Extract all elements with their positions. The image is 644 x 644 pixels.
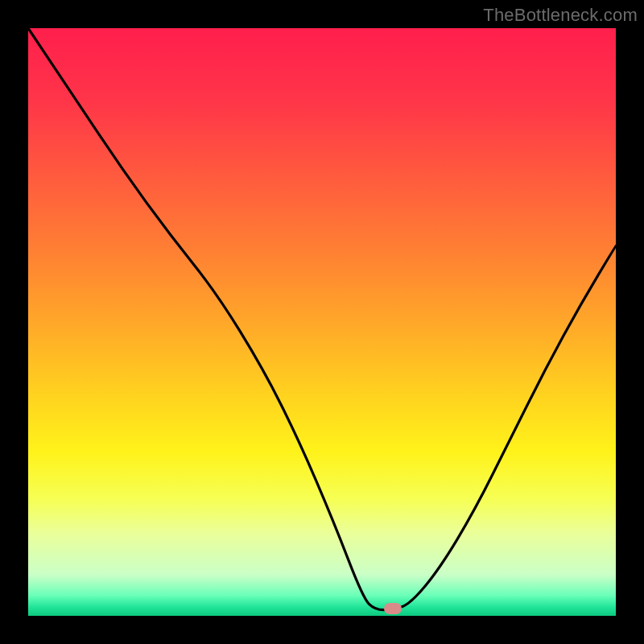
plot-area [28, 28, 616, 616]
watermark-text: TheBottleneck.com [483, 5, 638, 26]
chart-frame: TheBottleneck.com [0, 0, 644, 644]
bottleneck-curve [28, 28, 616, 616]
optimal-point-marker [384, 603, 402, 614]
